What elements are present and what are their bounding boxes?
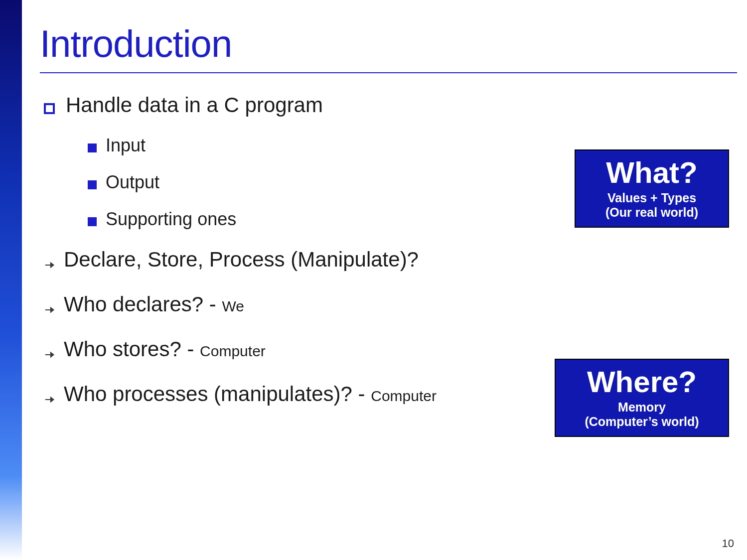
callout-where-line2: (Computer’s world) (564, 415, 720, 429)
square-outline-bullet-icon (44, 103, 55, 114)
slide-title: Introduction (40, 0, 737, 72)
arrow-right-icon (44, 304, 55, 315)
arrow-right-icon (44, 260, 55, 271)
arrow-item-suffix: Computer (371, 388, 437, 404)
arrow-right-icon (44, 349, 55, 360)
callout-where-title: Where? (564, 365, 720, 399)
sub-bullet-text: Output (106, 172, 159, 193)
title-underline (40, 72, 737, 73)
square-filled-bullet-icon (88, 180, 97, 189)
callout-where-line1: Memory (564, 400, 720, 415)
arrow-item-main: Who declares? - (64, 292, 222, 316)
main-bullet-row: Handle data in a C program (40, 93, 737, 117)
arrow-item-text: Who processes (manipulates)? - Computer (64, 382, 437, 406)
callout-where-box: Where? Memory (Computer’s world) (555, 359, 729, 437)
page-number: 10 (722, 537, 734, 550)
arrow-item-text: Who declares? - We (64, 292, 244, 316)
arrow-right-icon (44, 394, 55, 405)
arrow-item-main: Who stores? - (64, 337, 200, 361)
sub-bullet-text: Input (106, 135, 146, 156)
arrow-item-main: Who processes (manipulates)? - (64, 382, 371, 406)
callout-what-line2: (Our real world) (584, 205, 720, 220)
arrow-item-text: Who stores? - Computer (64, 337, 266, 361)
square-filled-bullet-icon (88, 143, 97, 152)
callout-what-title: What? (584, 155, 720, 190)
arrow-item-suffix: Computer (200, 343, 266, 359)
callout-what-line1: Values + Types (584, 191, 720, 205)
arrow-bullet-item: Who stores? - Computer (44, 337, 737, 361)
left-accent-bar (0, 0, 22, 560)
sub-bullet-text: Supporting ones (106, 209, 236, 230)
arrow-item-text: Declare, Store, Process (Manipulate)? (64, 248, 419, 272)
arrow-bullet-item: Who declares? - We (44, 292, 737, 316)
arrow-bullet-item: Declare, Store, Process (Manipulate)? (44, 248, 737, 272)
slide-content: Introduction Handle data in a C program … (22, 0, 747, 560)
callout-what-box: What? Values + Types (Our real world) (575, 149, 729, 228)
main-bullet-text: Handle data in a C program (66, 93, 323, 117)
arrow-item-main: Declare, Store, Process (Manipulate)? (64, 248, 419, 271)
square-filled-bullet-icon (88, 217, 97, 226)
arrow-item-suffix: We (222, 298, 244, 314)
